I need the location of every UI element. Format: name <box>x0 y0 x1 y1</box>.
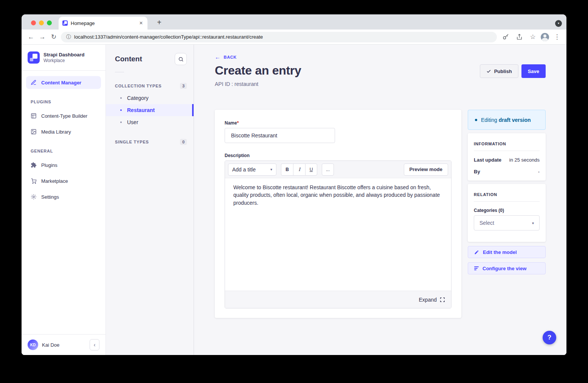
draft-status-text: Editing draft version <box>481 117 531 123</box>
sidebar-item-plugins[interactable]: Plugins <box>26 159 101 171</box>
user-avatar[interactable]: KD <box>28 339 38 350</box>
sidebar-item-media-library[interactable]: Media Library <box>26 125 101 138</box>
browser-tab[interactable]: Homepage ✕ <box>59 17 147 30</box>
description-textarea[interactable]: Welcome to Biscotte restaurant! Restaura… <box>225 178 451 291</box>
tab-strip: Homepage ✕ + ▾ <box>22 14 566 30</box>
sidebar-item-label: Media Library <box>41 129 71 135</box>
save-label: Save <box>528 69 539 74</box>
back-link[interactable]: ← BACK <box>215 54 237 60</box>
save-button[interactable]: Save <box>521 64 546 78</box>
edit-model-button[interactable]: Edit the model <box>468 246 546 258</box>
browser-menu-icon[interactable]: ⋮ <box>551 31 563 43</box>
bold-button[interactable]: B <box>281 163 293 176</box>
browser-toolbar: ← → ↻ ⓘ localhost:1337/admin/content-man… <box>22 30 566 45</box>
pen-icon <box>31 79 37 86</box>
share-icon[interactable] <box>514 31 525 43</box>
information-card: INFORMATION Last update in 25 seconds By… <box>468 133 546 181</box>
editor-toolbar: Add a title ▾ B I U ... Preview mode <box>225 161 451 178</box>
subnav-item-restaurant[interactable]: Restaurant <box>106 104 194 116</box>
divider <box>115 72 124 72</box>
single-types-header: SINGLE TYPES <box>115 140 149 144</box>
password-key-icon[interactable] <box>500 31 511 43</box>
subnav-item-user[interactable]: User <box>106 116 194 128</box>
cart-icon <box>31 178 37 184</box>
tab-close-icon[interactable]: ✕ <box>138 20 144 26</box>
editor-footer: Expand <box>225 291 451 308</box>
description-text: Welcome to Biscotte restaurant! Restaura… <box>233 184 441 207</box>
forward-icon[interactable]: → <box>37 31 48 43</box>
underline-button[interactable]: U <box>305 163 317 176</box>
gear-icon <box>31 194 37 200</box>
minimize-window-button[interactable] <box>39 20 44 25</box>
check-icon <box>486 69 491 74</box>
entry-form-card: Name* Description Add a title ▾ B I U <box>215 110 461 318</box>
by-row: By - <box>474 169 540 174</box>
collapse-sidebar-button[interactable]: ‹ <box>90 339 99 350</box>
title-select-value: Add a title <box>232 167 256 173</box>
publish-button[interactable]: Publish <box>480 64 518 78</box>
site-info-icon[interactable]: ⓘ <box>66 34 71 40</box>
sidebar-item-settings[interactable]: Settings <box>26 190 101 203</box>
sidebar-item-content-type-builder[interactable]: Content-Type Builder <box>26 109 101 122</box>
sidebar-item-label: Content-Type Builder <box>41 113 87 119</box>
image-icon <box>31 129 37 135</box>
back-icon[interactable]: ← <box>25 31 37 43</box>
italic-button[interactable]: I <box>293 163 305 176</box>
categories-select[interactable]: Select ▾ <box>474 215 540 230</box>
description-editor: Add a title ▾ B I U ... Preview mode Wel… <box>225 160 451 308</box>
help-button[interactable]: ? <box>543 331 556 344</box>
search-icon <box>178 56 184 62</box>
bullet-icon <box>120 97 122 99</box>
last-update-row: Last update in 25 seconds <box>474 157 540 163</box>
subnav-item-label: User <box>127 119 138 125</box>
divider <box>474 151 540 151</box>
sidebar-item-label: Content Manager <box>41 80 81 86</box>
maximize-window-button[interactable] <box>47 20 52 25</box>
subnav-item-category[interactable]: Category <box>106 92 194 104</box>
chevron-down-icon: ▾ <box>532 221 534 225</box>
pencil-icon <box>474 250 479 255</box>
sidebar-item-marketplace[interactable]: Marketplace <box>26 174 101 187</box>
title-style-select[interactable]: Add a title ▾ <box>228 163 276 176</box>
url-text: localhost:1337/admin/content-manager/col… <box>74 34 263 40</box>
new-tab-button[interactable]: + <box>155 18 164 27</box>
close-window-button[interactable] <box>31 20 36 25</box>
single-types-count-badge: 0 <box>180 139 187 145</box>
main-sidebar: Strapi Dashboard Workplace Content Manag… <box>22 45 106 355</box>
api-id-subtitle: API ID : restaurant <box>215 81 258 87</box>
edit-model-label: Edit the model <box>483 249 517 255</box>
browser-profile-avatar[interactable] <box>541 33 549 41</box>
divider <box>474 201 540 202</box>
configure-view-label: Configure the view <box>483 266 526 271</box>
collection-types-header: COLLECTION TYPES <box>115 84 161 88</box>
browser-window: Homepage ✕ + ▾ ← → ↻ ⓘ localhost:1337/ad… <box>22 14 566 355</box>
relation-card: RELATION Categories (0) Select ▾ <box>468 184 546 242</box>
chevron-down-icon: ▾ <box>270 167 272 171</box>
browser-update-icon[interactable]: ▾ <box>555 20 562 27</box>
sidebar-section-plugins: PLUGINS <box>22 92 105 106</box>
name-field-label: Name* <box>225 120 451 126</box>
subnav-item-label: Category <box>127 95 149 101</box>
sidebar-item-content-manager[interactable]: Content Manager <box>26 76 101 89</box>
back-label: BACK <box>224 55 237 59</box>
description-field-label: Description <box>225 153 451 158</box>
more-formatting-button[interactable]: ... <box>322 163 334 176</box>
search-button[interactable] <box>175 53 187 65</box>
preview-mode-button[interactable]: Preview mode <box>404 163 448 176</box>
subnav-item-label: Restaurant <box>127 107 155 113</box>
expand-icon[interactable] <box>440 297 445 302</box>
workspace-brand[interactable]: Strapi Dashboard Workplace <box>22 45 105 71</box>
sidebar-user-row: KD Kai Doe ‹ <box>22 334 105 355</box>
strapi-app: Strapi Dashboard Workplace Content Manag… <box>22 45 566 355</box>
publish-label: Publish <box>494 69 512 74</box>
mixer-icon <box>474 266 479 270</box>
expand-button[interactable]: Expand <box>419 297 437 303</box>
sidebar-item-label: Settings <box>41 194 59 200</box>
categories-select-value: Select <box>479 220 494 226</box>
configure-view-button[interactable]: Configure the view <box>468 262 546 274</box>
bookmark-star-icon[interactable]: ☆ <box>527 31 538 43</box>
meta-column: Editing draft version INFORMATION Last u… <box>468 110 546 274</box>
address-bar[interactable]: ⓘ localhost:1337/admin/content-manager/c… <box>61 32 497 42</box>
reload-icon[interactable]: ↻ <box>48 31 59 43</box>
name-input[interactable] <box>225 128 335 143</box>
